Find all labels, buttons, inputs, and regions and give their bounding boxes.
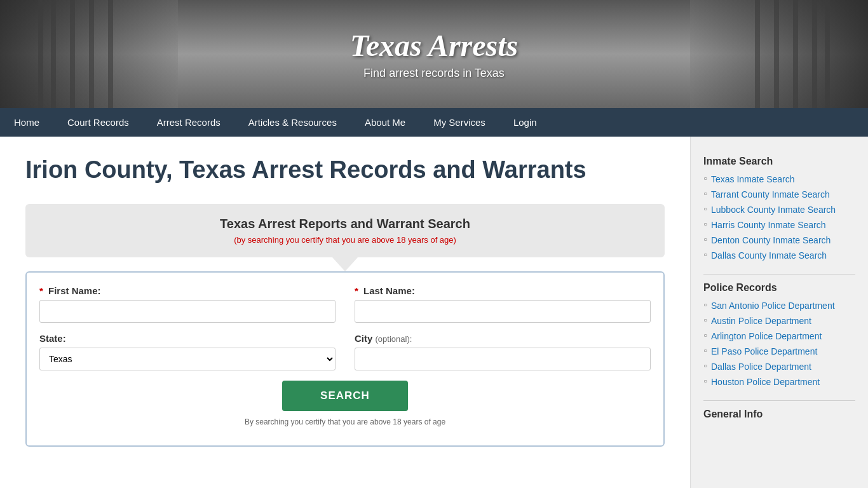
search-button[interactable]: SEARCH — [282, 381, 408, 411]
last-name-group: * Last Name: — [355, 285, 651, 323]
nav-arrest-records[interactable]: Arrest Records — [143, 108, 234, 137]
sidebar-divider-1 — [703, 274, 855, 274]
site-title: Texas Arrests — [350, 28, 519, 63]
first-name-input[interactable] — [39, 300, 336, 323]
search-certify-text: By searching you certify that you are ab… — [39, 417, 651, 426]
inmate-link-tarrant[interactable]: Tarrant County Inmate Search — [711, 189, 830, 200]
first-name-group: * First Name: — [39, 285, 336, 323]
inmate-link-lubbock[interactable]: Lubbock County Inmate Search — [711, 205, 836, 215]
list-item: Tarrant County Inmate Search — [703, 189, 855, 200]
inmate-link-dallas-county[interactable]: Dallas County Inmate Search — [711, 250, 827, 261]
nav-court-records[interactable]: Court Records — [53, 108, 143, 137]
site-header: Texas Arrests Find arrest records in Tex… — [0, 0, 868, 108]
last-name-label: * Last Name: — [355, 285, 651, 296]
inmate-search-list: Texas Inmate Search Tarrant County Inmat… — [703, 173, 855, 261]
location-row: State: Texas City (optional): — [39, 333, 651, 370]
list-item: Dallas County Inmate Search — [703, 250, 855, 261]
police-link-san-antonio[interactable]: San Antonio Police Department — [711, 301, 835, 311]
list-item: San Antonio Police Department — [703, 300, 855, 311]
list-item: Texas Inmate Search — [703, 173, 855, 185]
search-box-disclaimer: (by searching you certify that you are a… — [38, 235, 652, 245]
search-form: * First Name: * Last Name: State: — [25, 271, 665, 447]
search-button-wrapper: SEARCH — [39, 381, 651, 411]
list-item: Harris County Inmate Search — [703, 219, 855, 231]
state-group: State: Texas — [39, 333, 336, 370]
police-link-austin[interactable]: Austin Police Department — [711, 316, 811, 326]
first-name-label-text: First Name: — [48, 285, 101, 296]
list-item: Austin Police Department — [703, 315, 855, 327]
inmate-search-title: Inmate Search — [703, 156, 855, 167]
content-area: Irion County, Texas Arrest Records and W… — [0, 137, 690, 488]
nav-articles[interactable]: Articles & Resources — [234, 108, 351, 137]
list-item: Denton County Inmate Search — [703, 234, 855, 246]
header-left-image — [0, 0, 178, 108]
list-item: Houston Police Department — [703, 376, 855, 388]
list-item: Dallas Police Department — [703, 361, 855, 372]
police-link-el-paso[interactable]: El Paso Police Department — [711, 346, 817, 356]
list-item: Lubbock County Inmate Search — [703, 204, 855, 215]
police-records-list: San Antonio Police Department Austin Pol… — [703, 300, 855, 388]
last-name-input[interactable] — [355, 300, 651, 323]
state-label: State: — [39, 333, 336, 344]
search-outer-box: Texas Arrest Reports and Warrant Search … — [25, 204, 665, 257]
header-text-block: Texas Arrests Find arrest records in Tex… — [350, 28, 519, 80]
search-box-title: Texas Arrest Reports and Warrant Search — [38, 217, 652, 231]
site-subtitle: Find arrest records in Texas — [350, 67, 519, 80]
arrow-down — [332, 257, 358, 271]
city-input[interactable] — [355, 348, 651, 370]
inmate-link-texas[interactable]: Texas Inmate Search — [711, 174, 795, 184]
police-link-houston[interactable]: Houston Police Department — [711, 377, 820, 387]
nav-home[interactable]: Home — [0, 108, 53, 137]
sidebar: Inmate Search Texas Inmate Search Tarran… — [690, 137, 868, 488]
nav-login[interactable]: Login — [499, 108, 551, 137]
header-right-image — [690, 0, 868, 108]
main-container: Irion County, Texas Arrest Records and W… — [0, 137, 868, 488]
general-info-title: General Info — [703, 409, 855, 420]
name-row: * First Name: * Last Name: — [39, 285, 651, 323]
list-item: El Paso Police Department — [703, 346, 855, 357]
first-name-required-marker: * — [39, 285, 43, 296]
page-title: Irion County, Texas Arrest Records and W… — [25, 156, 665, 185]
inmate-link-denton[interactable]: Denton County Inmate Search — [711, 235, 831, 245]
nav-my-services[interactable]: My Services — [419, 108, 499, 137]
last-name-required-marker: * — [355, 285, 358, 296]
police-link-dallas[interactable]: Dallas Police Department — [711, 362, 811, 372]
main-nav: Home Court Records Arrest Records Articl… — [0, 108, 868, 137]
city-label: City (optional): — [355, 333, 651, 344]
list-item: Arlington Police Department — [703, 330, 855, 342]
city-optional-text: (optional): — [376, 334, 412, 344]
police-link-arlington[interactable]: Arlington Police Department — [711, 331, 822, 341]
city-label-text: City — [355, 333, 372, 344]
state-select[interactable]: Texas — [39, 348, 336, 370]
inmate-link-harris[interactable]: Harris County Inmate Search — [711, 220, 826, 230]
police-records-title: Police Records — [703, 282, 855, 294]
first-name-label: * First Name: — [39, 285, 336, 296]
nav-about-me[interactable]: About Me — [351, 108, 419, 137]
sidebar-divider-2 — [703, 400, 855, 401]
city-group: City (optional): — [355, 333, 651, 370]
last-name-label-text: Last Name: — [363, 285, 415, 296]
